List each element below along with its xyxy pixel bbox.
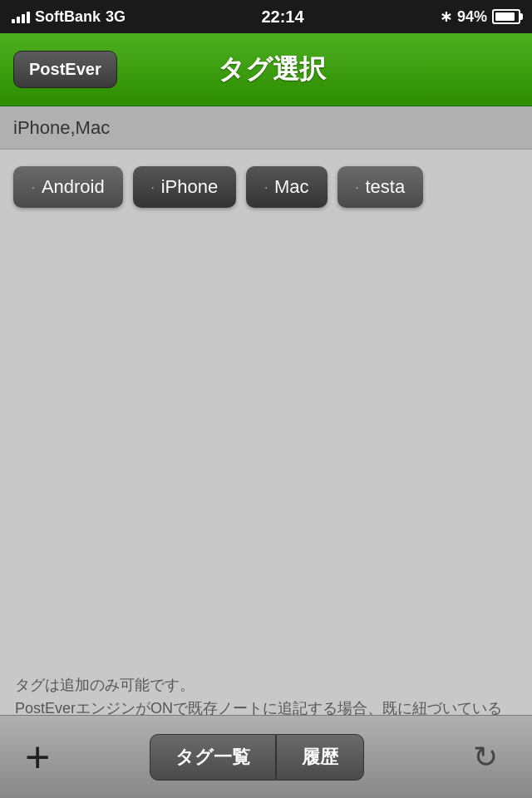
add-button[interactable]: + [25,736,50,779]
tag-dot: · [151,180,155,194]
tag-testa-label: testa [365,176,405,198]
toolbar-btn-group: タグ一覧 履歴 [150,734,364,781]
tag-dot: · [356,180,359,194]
current-tags-display: iPhone,Mac [13,117,110,139]
status-right: ∗ 94% [440,7,520,26]
bluetooth-icon: ∗ [440,7,452,26]
nav-bar: PostEver タグ選択 [0,33,532,106]
page-title: タグ選択 [218,52,326,88]
network-label: 3G [106,8,126,26]
history-button[interactable]: 履歴 [276,734,364,781]
signal-bars [12,10,30,23]
battery-percent: 94% [457,8,487,26]
tag-dot: · [32,180,35,194]
tags-area: · Android · iPhone · Mac · testa [0,150,532,420]
bottom-toolbar: + タグ一覧 履歴 ↻ [0,715,532,798]
carrier-label: SoftBank [35,8,101,26]
tag-android[interactable]: · Android [13,166,123,208]
content-spacer [0,420,532,657]
tag-iphone-label: iPhone [161,176,219,198]
tag-dot: · [264,180,268,194]
refresh-button[interactable]: ↻ [464,736,507,779]
tag-mac[interactable]: · Mac [246,166,327,208]
main-content: · Android · iPhone · Mac · testa タグは追加のみ… [0,150,532,758]
search-bar: iPhone,Mac [0,106,532,150]
status-left: SoftBank 3G [12,8,126,26]
status-bar: SoftBank 3G 22:14 ∗ 94% [0,0,532,33]
tag-iphone[interactable]: · iPhone [133,166,236,208]
tag-testa[interactable]: · testa [337,166,424,208]
tag-android-label: Android [42,176,105,198]
back-button[interactable]: PostEver [13,51,117,88]
tag-mac-label: Mac [274,176,309,198]
time-label: 22:14 [261,7,303,27]
battery-icon [492,9,520,24]
tag-list-button[interactable]: タグ一覧 [150,734,276,781]
